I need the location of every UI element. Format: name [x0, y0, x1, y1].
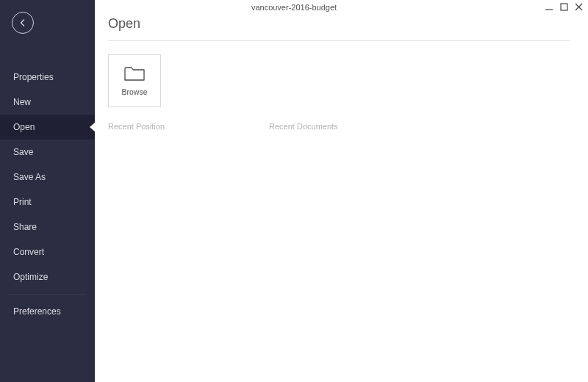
sidebar: Properties New Open Save Save As Print S…	[0, 0, 95, 382]
sidebar-item-label: Properties	[13, 72, 54, 82]
sidebar-item-save-as[interactable]: Save As	[0, 165, 95, 190]
sidebar-item-label: New	[13, 97, 31, 107]
sidebar-item-label: Save As	[13, 172, 46, 182]
page-title: Open	[108, 16, 570, 32]
sidebar-item-label: Share	[13, 222, 37, 232]
sidebar-item-print[interactable]: Print	[0, 190, 95, 215]
browse-button[interactable]: Browse	[108, 54, 161, 107]
sidebar-item-optimize[interactable]: Optimize	[0, 264, 95, 289]
sidebar-item-properties[interactable]: Properties	[0, 65, 95, 90]
sidebar-item-label: Open	[13, 122, 35, 132]
close-button[interactable]	[573, 1, 584, 12]
sidebar-item-label: Print	[13, 197, 32, 207]
sidebar-item-label: Preferences	[13, 306, 61, 317]
sidebar-item-share[interactable]: Share	[0, 215, 95, 239]
sidebar-item-open[interactable]: Open	[0, 115, 95, 140]
folder-icon	[124, 65, 145, 82]
sidebar-item-label: Convert	[13, 247, 44, 257]
maximize-button[interactable]	[559, 1, 569, 12]
sidebar-item-save[interactable]: Save	[0, 140, 95, 165]
window-controls	[544, 1, 584, 12]
sidebar-item-label: Optimize	[13, 272, 48, 282]
sidebar-item-label: Save	[13, 147, 33, 157]
chevron-left-icon	[18, 18, 27, 27]
recent-headers: Recent Position Recent Documents	[108, 122, 570, 131]
divider	[108, 40, 570, 41]
svg-rect-1	[561, 4, 567, 10]
sidebar-item-new[interactable]: New	[0, 90, 95, 115]
minimize-button[interactable]	[544, 1, 554, 12]
back-button[interactable]	[12, 12, 34, 34]
browse-label: Browse	[121, 87, 147, 96]
sidebar-item-convert[interactable]: Convert	[0, 239, 95, 264]
sidebar-separator	[9, 294, 86, 295]
sidebar-item-preferences[interactable]: Preferences	[0, 299, 95, 324]
app-window: vancouver-2016-budget Properties New Ope…	[0, 0, 588, 382]
recent-documents-label: Recent Documents	[269, 122, 338, 131]
main-content: Open Browse Recent Position Recent Docum…	[95, 0, 588, 382]
recent-position-label: Recent Position	[108, 122, 165, 131]
